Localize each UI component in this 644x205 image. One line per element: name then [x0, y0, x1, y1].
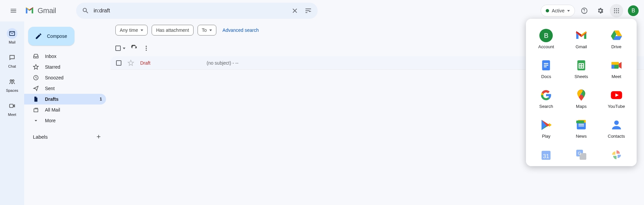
app-label: Contacts	[608, 134, 625, 139]
mail-icon	[9, 30, 15, 37]
rail-label: Chat	[8, 64, 16, 68]
help-icon	[581, 7, 588, 14]
row-checkbox[interactable]	[116, 60, 121, 66]
gear-icon	[597, 7, 604, 14]
settings-button[interactable]	[594, 4, 607, 17]
status-chip[interactable]: Active	[541, 5, 575, 17]
select-all[interactable]	[115, 46, 125, 51]
pencil-icon	[35, 32, 42, 40]
nav-drafts[interactable]: Drafts 1	[24, 94, 106, 105]
chevron-down-icon	[567, 10, 570, 12]
svg-point-5	[614, 10, 615, 11]
app-tile-youtube[interactable]: YouTube	[599, 85, 633, 112]
send-icon	[33, 85, 39, 91]
svg-point-8	[614, 12, 615, 13]
nav-inbox[interactable]: Inbox	[24, 51, 106, 62]
app-tile-sheets[interactable]: Sheets	[565, 55, 598, 82]
chip-to[interactable]: To	[198, 25, 217, 36]
star-icon	[33, 64, 39, 70]
rail-item-spaces[interactable]: Spaces	[0, 75, 24, 94]
svg-rect-33	[576, 121, 584, 123]
rail-item-meet[interactable]: Meet	[0, 99, 24, 118]
chip-any-time[interactable]: Any time	[115, 25, 148, 36]
svg-point-18	[146, 50, 147, 51]
chevron-down-icon	[141, 29, 143, 31]
app-tile-photos[interactable]	[599, 145, 633, 165]
clear-search-button[interactable]	[288, 4, 302, 17]
app-tile-docs[interactable]: Docs	[529, 55, 563, 82]
advanced-search-link[interactable]: Advanced search	[222, 27, 259, 33]
search-icon	[82, 7, 89, 14]
app-tile-meet[interactable]: Meet	[599, 55, 633, 82]
app-label: Search	[539, 104, 553, 109]
app-tile-news[interactable]: News	[565, 115, 598, 142]
search-input[interactable]	[92, 8, 288, 14]
refresh-button[interactable]	[131, 45, 138, 52]
google-apps-menu: B Account Gmail Drive Docs Sheets Meet S…	[526, 19, 637, 166]
nav-allmail[interactable]: All Mail	[24, 105, 106, 115]
app-label: Maps	[576, 104, 587, 109]
checkbox-icon	[115, 46, 121, 51]
draft-tag: Draft	[140, 60, 201, 66]
nav-label: Starred	[45, 64, 60, 70]
rail-item-chat[interactable]: Chat	[0, 51, 24, 70]
chip-label: To	[202, 27, 207, 33]
app-tile-maps[interactable]: Maps	[565, 85, 598, 112]
support-button[interactable]	[578, 4, 591, 17]
compose-button[interactable]: Compose	[28, 27, 74, 46]
star-icon[interactable]	[127, 60, 134, 66]
gsearch-icon	[539, 88, 553, 102]
app-label: Play	[542, 134, 550, 139]
svg-rect-1	[32, 8, 33, 13]
app-tile-translate[interactable]: G	[565, 145, 598, 165]
svg-text:31: 31	[543, 153, 549, 159]
inbox-icon	[33, 53, 39, 59]
sheets-icon	[575, 59, 588, 72]
svg-point-3	[616, 8, 617, 9]
rail-item-mail[interactable]: Mail	[0, 27, 24, 46]
svg-rect-13	[10, 104, 13, 108]
snippet-text: - --	[232, 60, 238, 66]
account-avatar[interactable]: B	[628, 5, 639, 16]
app-tile-search[interactable]: Search	[529, 85, 563, 112]
account-icon: B	[539, 29, 553, 42]
app-tile-calendar[interactable]: 31	[529, 145, 563, 165]
nav-sent[interactable]: Sent	[24, 83, 106, 94]
app-tile-play[interactable]: Play	[529, 115, 563, 142]
search-options-button[interactable]	[302, 4, 315, 17]
stack-icon	[33, 107, 39, 113]
meet-icon	[9, 102, 15, 109]
nav-starred[interactable]: Starred	[24, 62, 106, 72]
rail-label: Mail	[9, 40, 15, 44]
svg-rect-24	[544, 66, 547, 67]
nav-label: Drafts	[45, 96, 58, 102]
tune-icon	[305, 7, 312, 14]
plus-icon	[96, 134, 102, 140]
translate-icon: G	[575, 148, 588, 161]
hamburger-icon	[10, 7, 17, 14]
app-label: News	[576, 134, 587, 139]
close-icon	[291, 7, 299, 14]
app-label: Sheets	[575, 74, 588, 79]
more-button[interactable]	[143, 45, 150, 52]
google-apps-button[interactable]	[610, 4, 623, 17]
nav-more[interactable]: More	[24, 115, 106, 126]
search-bar	[76, 3, 318, 19]
docs-icon	[539, 59, 553, 72]
app-tile-drive[interactable]: Drive	[599, 25, 633, 53]
nav-snoozed[interactable]: Snoozed	[24, 72, 106, 83]
main-menu-button[interactable]	[5, 3, 21, 19]
chip-has-attachment[interactable]: Has attachment	[152, 25, 193, 36]
apps-grid: B Account Gmail Drive Docs Sheets Meet S…	[529, 25, 633, 165]
app-label: Gmail	[576, 44, 587, 49]
app-tile-account[interactable]: B Account	[529, 25, 563, 53]
app-tile-contacts[interactable]: Contacts	[599, 115, 633, 142]
news-icon	[575, 118, 588, 132]
refresh-icon	[131, 45, 138, 52]
gmail-logo[interactable]: Gmail	[24, 5, 56, 16]
app-tile-gmail[interactable]: Gmail	[565, 25, 598, 53]
add-label-button[interactable]	[94, 132, 103, 141]
svg-point-16	[146, 46, 147, 47]
search-button[interactable]	[79, 4, 92, 17]
play-icon	[539, 118, 553, 132]
